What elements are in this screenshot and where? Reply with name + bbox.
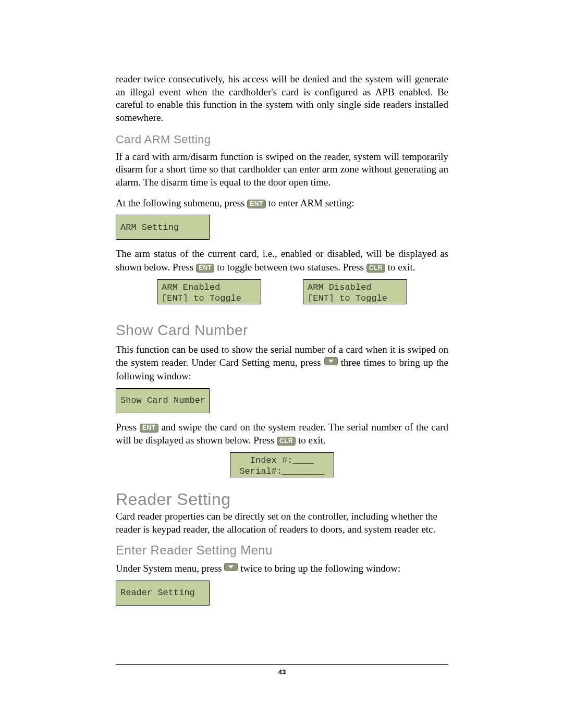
reader-paragraph-2: Under System menu, press twice to bring … [116,562,448,575]
lcd-reader-setting: Reader Setting [116,581,210,606]
text-fragment: Under System menu, press [116,563,224,574]
text-fragment: to exit. [296,435,326,446]
lcd-row: Reader Setting [116,581,448,606]
document-page: reader twice consecutively, his access w… [0,0,563,728]
heading-enter-reader-setting-menu: Enter Reader Setting Menu [116,543,448,558]
show-card-paragraph-2: Press ENT and swipe the card on the syst… [116,421,448,447]
text-fragment: twice to bring up the following window: [238,563,400,574]
svg-marker-1 [228,565,234,569]
text-fragment: Press [116,422,140,433]
lcd-arm-enabled: ARM Enabled [ENT] to Toggle [157,279,261,304]
heading-card-arm-setting: Card ARM Setting [116,133,448,146]
text-fragment: to toggle between two statuses. Press [214,262,366,273]
clr-key-icon: CLR [366,264,385,273]
arm-paragraph-1: If a card with arm/disarm function is sw… [116,151,448,189]
ent-key-icon: ENT [247,200,266,208]
heading-reader-setting: Reader Setting [116,490,448,509]
lcd-row: ARM Setting [116,215,448,240]
lcd-show-card-number: Show Card Number [116,388,210,413]
text-fragment: to exit. [385,262,415,273]
lcd-arm-setting: ARM Setting [116,215,210,240]
reader-paragraph-1: Card reader properties can be directly s… [116,510,448,536]
lcd-index-serial: Index #:____ Serial#:________ [230,452,334,477]
page-footer: 43 [116,664,448,676]
lcd-arm-disabled: ARM Disabled [ENT] to Toggle [303,279,407,304]
page-number: 43 [278,668,286,676]
ent-key-icon: ENT [196,264,215,273]
down-key-icon [224,563,238,571]
lcd-row: Index #:____ Serial#:________ [116,452,448,477]
clr-key-icon: CLR [277,437,296,446]
arm-paragraph-3: The arm status of the current card, i.e.… [116,247,448,274]
intro-paragraph: reader twice consecutively, his access w… [116,73,448,125]
show-card-paragraph-1: This function can be used to show the se… [116,343,448,383]
text-fragment: At the following submenu, press [116,198,247,208]
arm-paragraph-2: At the following submenu, press ENT to e… [116,196,448,210]
lcd-row: Show Card Number [116,388,448,413]
heading-show-card-number: Show Card Number [116,322,448,339]
svg-marker-0 [328,360,334,363]
down-key-icon [324,357,338,365]
ent-key-icon: ENT [140,424,158,433]
lcd-pair-row: ARM Enabled [ENT] to Toggle ARM Disabled… [116,279,448,304]
text-fragment: to enter ARM setting: [266,198,354,208]
